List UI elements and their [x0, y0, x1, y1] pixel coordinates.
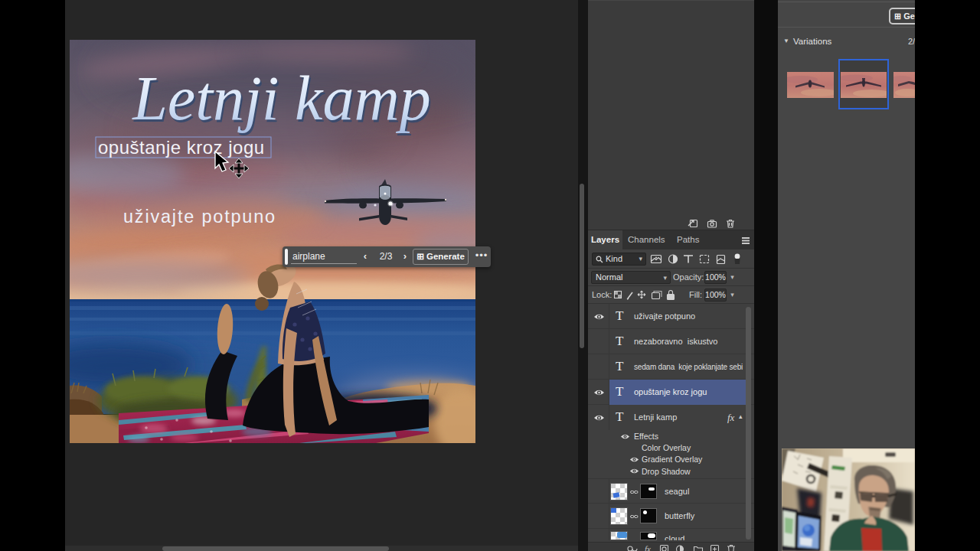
svg-text:Letnji kamp: Letnji kamp: [132, 64, 430, 133]
svg-text:opuštanje kroz jogu: opuštanje kroz jogu: [98, 137, 265, 158]
svg-text:fx: fx: [645, 544, 651, 551]
svg-text:uživajte potpuno: uživajte potpuno: [123, 207, 276, 227]
